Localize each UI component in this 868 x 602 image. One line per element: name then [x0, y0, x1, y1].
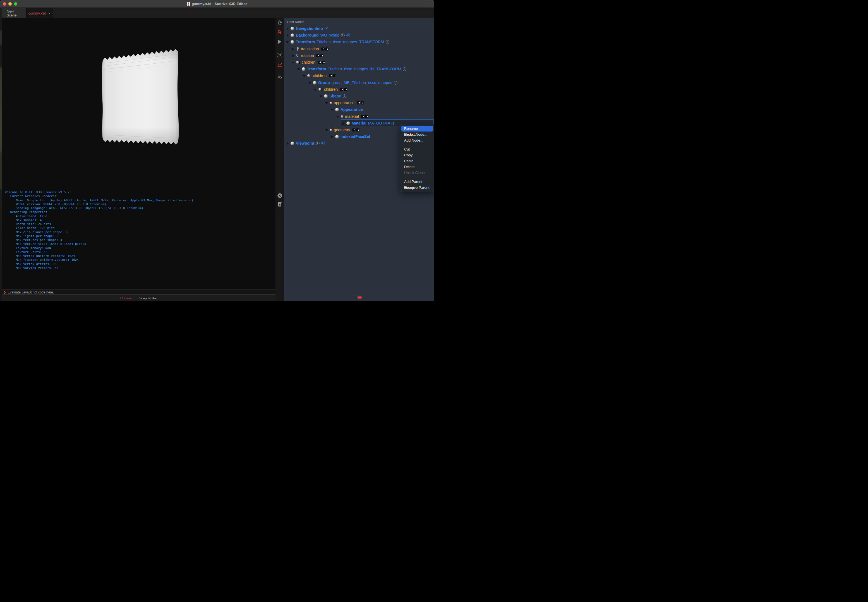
clear-console-icon[interactable] — [277, 201, 283, 207]
gummy-bag-render — [101, 47, 182, 152]
route-in-icon[interactable] — [316, 54, 320, 57]
target-icon[interactable] — [347, 34, 350, 37]
tree-row-material-node[interactable]: Material MA_OUTMAT1 — [342, 120, 395, 126]
route-in-icon[interactable] — [357, 101, 360, 104]
sunrize-x3d-editor-window: gummy.x3d · Sunrize X3D Editor New Scene… — [0, 0, 434, 301]
node-type-label: Material — [352, 121, 367, 125]
node-type-label: Transform — [307, 67, 326, 71]
route-in-icon[interactable] — [317, 61, 321, 64]
route-in-icon[interactable] — [361, 115, 365, 118]
tab-label: gummy.x3d — [28, 11, 46, 15]
chevron-down-icon[interactable] — [325, 101, 328, 104]
hand-icon[interactable] — [277, 20, 283, 26]
chevron-right-icon[interactable] — [342, 122, 345, 124]
chevron-down-icon[interactable] — [314, 88, 317, 91]
tree-row-background[interactable]: Background WO_World — [286, 32, 350, 38]
sphere-icon — [341, 115, 343, 118]
chevron-down-icon[interactable] — [298, 68, 300, 71]
route-out-icon[interactable] — [333, 74, 336, 77]
route-out-icon[interactable] — [322, 61, 325, 64]
menu-item-copy[interactable]: Copy — [401, 152, 433, 158]
tree-row-shape[interactable]: Shape — [320, 93, 347, 99]
eye-icon[interactable] — [386, 40, 390, 44]
route-in-icon[interactable] — [329, 74, 332, 77]
route-out-icon[interactable] — [325, 48, 328, 51]
tree-row-translation[interactable]: translation — [292, 46, 328, 52]
tree-row-geometry-field[interactable]: geometry — [325, 127, 359, 133]
tree-row-indexedfaceset[interactable]: IndexedFaceSet — [331, 134, 370, 140]
tree-row-appearance-field[interactable]: appearance — [325, 100, 364, 106]
script-edit-icon[interactable] — [277, 74, 283, 80]
chevron-down-icon[interactable] — [303, 75, 306, 77]
target-icon[interactable] — [321, 141, 325, 145]
chevron-down-icon[interactable] — [309, 81, 311, 84]
node-def-label: group_ME_Tütchen_rissc_mappes — [331, 80, 392, 85]
route-out-icon[interactable] — [360, 101, 364, 104]
menu-item-rename-node[interactable]: Rename Node... — [401, 126, 433, 132]
route-in-icon[interactable] — [352, 129, 356, 132]
route-out-icon[interactable] — [320, 54, 324, 57]
tree-row-children[interactable]: children — [292, 59, 325, 65]
menu-item-export-node[interactable]: Export Node... — [401, 132, 433, 137]
tree-row-children[interactable]: children — [314, 86, 347, 92]
chevron-right-icon[interactable] — [292, 54, 294, 57]
tree-row-viewpoint[interactable]: Viewpoint — [286, 140, 325, 146]
menu-item-paste[interactable]: Paste — [401, 158, 433, 164]
menu-item-add-parent-group[interactable]: Add Parent Group — [401, 179, 433, 184]
tree-row-children[interactable]: children — [303, 72, 336, 79]
rotation-field-icon — [296, 54, 299, 57]
tab-new-scene[interactable]: New Scene — [2, 8, 26, 18]
chevron-right-icon[interactable] — [331, 135, 334, 138]
menu-item-delete[interactable]: Delete — [401, 164, 433, 170]
sphere-icon — [330, 101, 332, 104]
footer-tab-script-editor[interactable]: Script Editor — [139, 296, 157, 300]
node-type-label: Appearance — [340, 107, 363, 112]
menu-item-cut[interactable]: Cut — [401, 146, 433, 152]
eye-icon[interactable] — [394, 81, 397, 84]
chevron-down-icon[interactable] — [331, 108, 334, 111]
tab-close-icon[interactable]: × — [48, 11, 50, 15]
wrench-icon[interactable] — [316, 141, 320, 145]
tree-row-material-field[interactable]: material — [337, 114, 368, 120]
chevron-right-icon[interactable] — [286, 28, 289, 30]
eye-icon[interactable] — [341, 34, 345, 37]
tree-row-rotation[interactable]: rotation — [292, 52, 324, 58]
play-icon[interactable] — [277, 39, 283, 45]
tree-row-transform-ifs[interactable]: Transform Tütchen_rissc_mappes_ifs_TRANS… — [298, 66, 406, 72]
list-icon[interactable] — [357, 296, 362, 299]
route-out-icon[interactable] — [344, 88, 347, 91]
select-arrow-icon[interactable] — [277, 29, 283, 35]
tree-row-navigationinfo[interactable]: NavigationInfo — [286, 25, 328, 32]
route-in-icon[interactable] — [321, 48, 325, 51]
chevron-down-icon[interactable] — [325, 129, 328, 131]
chevron-down-icon[interactable] — [337, 115, 339, 118]
tree-row-group[interactable]: Group group_ME_Tütchen_rissc_mappes — [309, 80, 397, 86]
chevron-down-icon[interactable] — [320, 95, 322, 97]
tree-row-appearance-node[interactable]: Appearance — [331, 106, 363, 112]
chevron-down-icon[interactable] — [292, 61, 294, 64]
chevron-down-icon[interactable] — [286, 41, 289, 43]
eye-icon[interactable] — [343, 94, 347, 98]
viewfinder-icon[interactable] — [277, 52, 283, 58]
context-menu: Rename Node... Export Node... Add Node..… — [400, 124, 434, 192]
translation-field-icon — [296, 47, 299, 51]
sunrise-icon[interactable] — [277, 62, 283, 68]
node-type-label: Viewpoint — [296, 141, 314, 146]
route-in-icon[interactable] — [340, 88, 343, 91]
console-log: Welcome to X_ITE X3D Browser v9.5.2: Cur… — [5, 190, 193, 270]
close-circle-icon[interactable] — [277, 193, 283, 198]
route-out-icon[interactable] — [365, 115, 368, 118]
menu-item-remove-parent[interactable]: Remove Parent — [401, 184, 433, 190]
tab-gummy-x3d[interactable]: gummy.x3d × — [26, 8, 52, 18]
route-out-icon[interactable] — [356, 129, 359, 132]
chevron-right-icon[interactable] — [286, 34, 289, 37]
footer-tab-console[interactable]: Console — [120, 296, 132, 300]
menu-item-add-node[interactable]: Add Node... — [401, 137, 433, 143]
tree-row-transform[interactable]: Transform Tütchen_rissc_mappes_TRANSFORM — [286, 39, 390, 45]
target-icon[interactable] — [325, 27, 328, 31]
eye-icon[interactable] — [403, 67, 406, 71]
chevron-right-icon[interactable] — [286, 142, 289, 144]
chevron-right-icon[interactable] — [292, 48, 294, 50]
console-input-row[interactable]: ❯ Evaluate JavaScript code here. — [2, 290, 276, 295]
3d-viewport[interactable] — [2, 18, 276, 189]
